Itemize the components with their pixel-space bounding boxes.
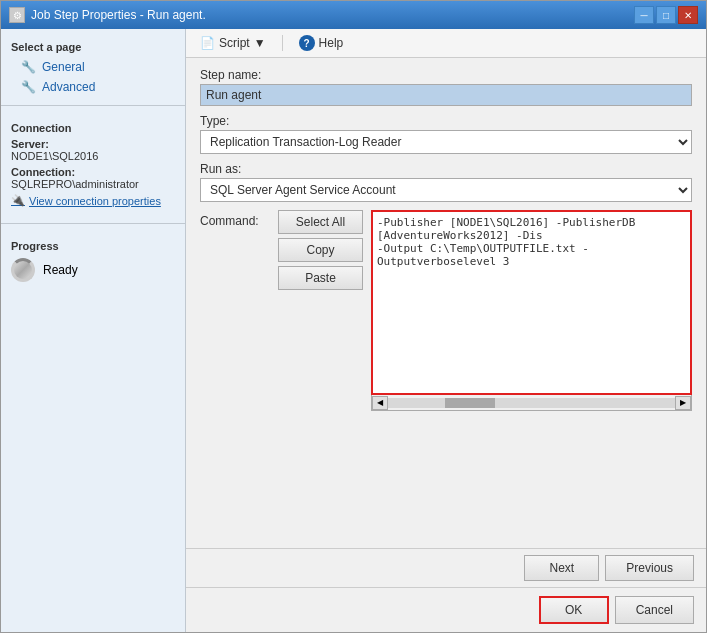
sidebar-item-general-label: General <box>42 60 85 74</box>
next-button[interactable]: Next <box>524 555 599 581</box>
title-bar-left: ⚙ Job Step Properties - Run agent. <box>9 7 206 23</box>
command-group: Command: Select All Copy Paste -Publishe… <box>200 210 692 411</box>
form-area: Step name: Type: Replication Transaction… <box>186 58 706 548</box>
cancel-button[interactable]: Cancel <box>615 596 694 624</box>
run-as-select[interactable]: SQL Server Agent Service Account <box>200 178 692 202</box>
help-label: Help <box>319 36 344 50</box>
bottom-area: Next Previous OK Cancel <box>186 548 706 632</box>
scroll-thumb[interactable] <box>445 398 495 408</box>
title-bar: ⚙ Job Step Properties - Run agent. ─ □ ✕ <box>1 1 706 29</box>
scroll-track[interactable] <box>388 398 675 408</box>
progress-spinner <box>11 258 35 282</box>
script-icon: 📄 <box>200 36 215 50</box>
select-all-button[interactable]: Select All <box>278 210 363 234</box>
select-page-label: Select a page <box>1 37 185 57</box>
connection-title: Connection <box>11 122 175 134</box>
script-label: Script <box>219 36 250 50</box>
nav-bar: Next Previous <box>186 548 706 587</box>
command-right-area: Select All Copy Paste -Publisher [NODE1\… <box>278 210 692 411</box>
sidebar-item-advanced-label: Advanced <box>42 80 95 94</box>
type-select[interactable]: Replication Transaction-Log Reader <box>200 130 692 154</box>
content-area: Select a page 🔧 General 🔧 Advanced Conne… <box>1 29 706 632</box>
wrench-icon-general: 🔧 <box>21 60 36 74</box>
view-connection-properties-link[interactable]: 🔌 View connection properties <box>11 194 175 207</box>
progress-section: Progress Ready <box>1 232 185 290</box>
scroll-right-arrow[interactable]: ▶ <box>675 396 691 410</box>
copy-button[interactable]: Copy <box>278 238 363 262</box>
sidebar: Select a page 🔧 General 🔧 Advanced Conne… <box>1 29 186 632</box>
server-value: NODE1\SQL2016 <box>11 150 175 162</box>
connection-label: Connection: <box>11 166 175 178</box>
minimize-button[interactable]: ─ <box>634 6 654 24</box>
script-button[interactable]: 📄 Script ▼ <box>196 34 270 52</box>
action-bar: OK Cancel <box>186 587 706 632</box>
command-label: Command: <box>200 210 270 228</box>
run-as-label: Run as: <box>200 162 692 176</box>
progress-title: Progress <box>11 240 175 252</box>
sidebar-item-general[interactable]: 🔧 General <box>1 57 185 77</box>
view-conn-props-label: View connection properties <box>29 195 161 207</box>
sidebar-divider-1 <box>1 105 185 106</box>
type-group: Type: Replication Transaction-Log Reader <box>200 114 692 154</box>
window-title: Job Step Properties - Run agent. <box>31 8 206 22</box>
sidebar-divider-2 <box>1 223 185 224</box>
progress-status: Ready <box>43 263 78 277</box>
restore-button[interactable]: □ <box>656 6 676 24</box>
help-icon: ? <box>299 35 315 51</box>
progress-row: Ready <box>11 258 175 282</box>
help-button[interactable]: ? Help <box>295 33 348 53</box>
main-panel: 📄 Script ▼ ? Help Step name: <box>186 29 706 632</box>
step-name-input[interactable] <box>200 84 692 106</box>
scroll-left-arrow[interactable]: ◀ <box>372 396 388 410</box>
command-textarea-container: -Publisher [NODE1\SQL2016] -PublisherDB … <box>371 210 692 411</box>
close-button[interactable]: ✕ <box>678 6 698 24</box>
window-icon: ⚙ <box>9 7 25 23</box>
horizontal-scrollbar[interactable]: ◀ ▶ <box>371 395 692 411</box>
ok-button[interactable]: OK <box>539 596 609 624</box>
connection-icon: 🔌 <box>11 194 25 207</box>
title-bar-controls: ─ □ ✕ <box>634 6 698 24</box>
sidebar-item-advanced[interactable]: 🔧 Advanced <box>1 77 185 97</box>
type-label: Type: <box>200 114 692 128</box>
toolbar-separator <box>282 35 283 51</box>
command-buttons: Select All Copy Paste <box>278 210 363 411</box>
wrench-icon-advanced: 🔧 <box>21 80 36 94</box>
connection-section: Connection Server: NODE1\SQL2016 Connect… <box>1 114 185 215</box>
command-textarea[interactable]: -Publisher [NODE1\SQL2016] -PublisherDB … <box>371 210 692 395</box>
script-dropdown-icon: ▼ <box>254 36 266 50</box>
paste-button[interactable]: Paste <box>278 266 363 290</box>
previous-button[interactable]: Previous <box>605 555 694 581</box>
run-as-group: Run as: SQL Server Agent Service Account <box>200 162 692 202</box>
server-label: Server: <box>11 138 175 150</box>
main-window: ⚙ Job Step Properties - Run agent. ─ □ ✕… <box>0 0 707 633</box>
toolbar: 📄 Script ▼ ? Help <box>186 29 706 58</box>
step-name-group: Step name: <box>200 68 692 106</box>
step-name-label: Step name: <box>200 68 692 82</box>
connection-value: SQLREPRO\administrator <box>11 178 175 190</box>
